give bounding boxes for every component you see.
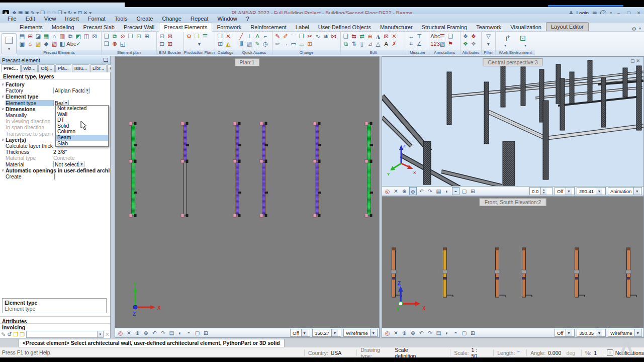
ribbon-icon[interactable]: ▧ (50, 40, 58, 48)
ribbon-icon[interactable]: ❏ (103, 40, 111, 48)
ribbon-tab[interactable]: Teamwork (472, 23, 506, 31)
viewport-tool-icon[interactable]: ↷ (426, 329, 434, 337)
ribbon-tab[interactable]: Manufacturer (376, 23, 417, 31)
ribbon-icon[interactable]: ⊞ (26, 33, 34, 40)
close-icon[interactable]: ✕ (636, 58, 641, 63)
ribbon-icon[interactable]: ⚙ (185, 33, 193, 40)
ribbon-icon[interactable]: ◫ (82, 33, 90, 40)
chevron-down-icon[interactable]: ▾ (485, 40, 493, 48)
notification-icon[interactable]: ! (607, 349, 613, 356)
viewport-tool-icon[interactable]: ⊞ (469, 329, 477, 337)
viewport-tool-icon[interactable]: ⊕ (134, 329, 141, 337)
ribbon-icon[interactable]: ⌗ (407, 40, 415, 48)
folder-icon[interactable]: ❒ (13, 331, 18, 338)
maximize-icon[interactable]: ▢ (630, 58, 636, 63)
ribbon-icon[interactable]: ⌐ (261, 33, 269, 40)
ribbon-icon[interactable]: ◆ (42, 40, 50, 48)
chevron-icon[interactable]: ∨ (0, 168, 6, 172)
ribbon-icon[interactable]: ⇆ (350, 33, 358, 40)
menu-item[interactable]: Create (132, 16, 157, 22)
ribbon-icon[interactable]: ⊞ (306, 40, 314, 48)
ribbon-icon[interactable]: ⊤ (415, 33, 423, 40)
dropdown-item[interactable]: Not selected (56, 106, 108, 112)
ribbon-icon[interactable]: ☰ (201, 33, 209, 40)
create-checkbox[interactable] (54, 173, 55, 179)
chevron-icon[interactable]: ∨ (0, 138, 6, 142)
menu-item[interactable]: Change (157, 16, 186, 22)
menu-item[interactable]: Edit (21, 16, 40, 22)
ribbon-icon[interactable]: ▭ (290, 40, 298, 48)
palette-tab-precast[interactable]: Prec... (1, 64, 21, 72)
ribbon-tab[interactable]: User-Defined Objects (314, 23, 376, 31)
ribbon-icon[interactable]: ✎ (253, 40, 261, 48)
work-env-icon[interactable]: ⊡ (517, 33, 528, 43)
chevron-icon[interactable]: ∨ (0, 95, 6, 99)
viewport-tool-icon[interactable]: ⊞ (202, 329, 210, 337)
ribbon-icon[interactable]: ▧ (438, 40, 446, 48)
gear-icon[interactable]: ⚙ (632, 26, 636, 32)
viewport-tool-icon[interactable]: ⊛ (409, 187, 417, 195)
ribbon-icon[interactable]: ⇄ (358, 33, 366, 40)
ribbon-icon[interactable]: ✏ (273, 40, 282, 48)
viewport-tool-icon[interactable]: ✕ (392, 187, 400, 195)
pin-icon[interactable] (104, 58, 108, 62)
ribbon-icon[interactable]: ⊞ (143, 33, 151, 40)
ribbon-icon[interactable]: ▦ (42, 33, 50, 40)
viewport-tool-icon[interactable]: ◐ (443, 329, 451, 337)
combo-arrow-icon[interactable]: ▼ (78, 161, 84, 167)
chevron-down-icon[interactable]: ▾ (521, 44, 529, 48)
drawing-type-value[interactable]: Scale definition (395, 347, 430, 359)
ribbon-icon[interactable]: ◮ (374, 33, 382, 40)
viewport-tool-icon[interactable]: ◓ (185, 329, 193, 337)
viewport-tool-icon[interactable]: ✕ (125, 329, 133, 337)
ribbon-icon[interactable]: ✕ (390, 33, 398, 40)
ribbon-icon[interactable]: ⌂ (26, 40, 34, 48)
viewport-tool-icon[interactable]: ▤ (435, 329, 442, 337)
ribbon-icon[interactable]: ◧ (58, 40, 66, 48)
ribbon-icon[interactable]: ▥ (58, 33, 66, 40)
ribbon-icon[interactable]: ❒ (193, 33, 201, 40)
prop-row-thickness[interactable]: Thickness 2 3/8" (0, 149, 110, 155)
ribbon-icon[interactable]: ❐ (298, 33, 306, 40)
work-env-icon[interactable]: ↱ (502, 33, 513, 43)
ribbon-icon[interactable]: ✗ (390, 40, 398, 48)
palette-tab-issues[interactable]: Issu... (72, 64, 89, 72)
viewport-tool-icon[interactable]: ◐ (176, 329, 184, 337)
ribbon-tab[interactable]: Layout Editor (546, 22, 589, 31)
drawing-aid-select[interactable]: Off▼ (555, 329, 575, 337)
ribbon-tab[interactable]: Precast Slab (79, 23, 119, 31)
angle-spinner[interactable]: 0.0▲▼ (529, 187, 553, 195)
ribbon-icon[interactable]: ❒ (216, 33, 224, 40)
ribbon-icon[interactable]: ⊠ (166, 33, 174, 40)
ribbon-tab[interactable]: Visualization (506, 23, 546, 31)
ribbon-tab[interactable]: Precast Elements (159, 23, 212, 32)
ribbon-icon[interactable]: ⋈ (330, 33, 338, 40)
ribbon-icon[interactable]: ⌂ (50, 33, 58, 40)
ribbon-icon[interactable]: ❐ (127, 33, 135, 40)
ribbon-icon[interactable]: ✓ (74, 40, 82, 48)
ribbon-icon[interactable]: ⊿ (366, 40, 374, 48)
palette-tab-plans[interactable]: Pla... (55, 64, 71, 72)
viewport-tool-icon[interactable]: ◓ (452, 187, 459, 195)
ribbon-icon[interactable]: ☰ (438, 33, 446, 40)
prop-row-factory[interactable]: Factory Allplan Factory▼ (0, 87, 110, 94)
menu-item[interactable]: File (3, 16, 21, 22)
viewport-tool-icon[interactable]: ▢ (461, 329, 468, 337)
viewport-tool-icon[interactable]: ⊛ (409, 329, 417, 337)
ribbon-icon[interactable]: ╱ (237, 33, 245, 40)
ribbon-app-button[interactable]: ❑ ▾ (2, 33, 17, 54)
length-value[interactable]: '' (517, 350, 519, 356)
ribbon-tab[interactable]: Reinforcement (246, 23, 291, 31)
ribbon-icon[interactable]: ▣ (18, 40, 26, 48)
ribbon-icon[interactable]: ⚑ (446, 40, 454, 48)
ribbon-icon[interactable]: ❖ (462, 40, 470, 48)
factory-combobox[interactable]: Allplan Factory▼ (53, 87, 90, 94)
viewport-tool-icon[interactable]: ✕ (392, 329, 400, 337)
viewport-tool-icon[interactable]: ↶ (418, 187, 425, 195)
ribbon-icon[interactable]: ❏ (446, 33, 454, 40)
ribbon-icon[interactable]: ▤ (18, 33, 26, 40)
ribbon-icon[interactable]: ▨ (34, 40, 42, 48)
render-mode-select[interactable]: Wireframe▼ (343, 329, 378, 337)
ribbon-tab[interactable]: Structural Framing (417, 23, 472, 31)
palette-header[interactable]: Precast element (0, 56, 110, 64)
